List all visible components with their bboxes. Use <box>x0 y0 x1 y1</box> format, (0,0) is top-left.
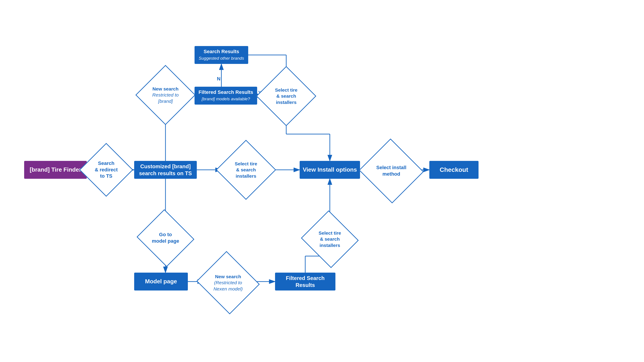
filtered-search-top-box: Filtered Search Results[brand] models av… <box>194 87 257 105</box>
model-page-box: Model page <box>134 273 188 291</box>
select-tire-bottom-diamond: Select tire& searchinstallers <box>306 218 353 260</box>
brand-tire-finder-box: [brand] Tire Finder <box>24 161 87 179</box>
flowchart: [brand] Tire Finder Search& redirectto T… <box>0 0 644 362</box>
go-to-model-diamond: Go tomodel page <box>142 217 189 259</box>
search-results-suggested-box: Search ResultsSuggested other brands <box>194 46 248 64</box>
new-search-nexen-diamond: New search(Restricted toNexen model) <box>202 260 254 305</box>
n-label: N <box>217 76 220 82</box>
select-install-method-diamond: Select installmethod <box>366 147 417 194</box>
view-install-box: View Install options <box>300 161 360 179</box>
select-tire-top-diamond: Select tire& searchinstallers <box>263 74 310 118</box>
filtered-search-bottom-box: Filtered Search Results <box>275 273 336 291</box>
search-redirect-diamond: Search& redirectto TS <box>84 147 128 192</box>
select-tire-main-diamond: Select tire& searchinstallers <box>222 147 270 192</box>
new-search-restricted-diamond: New searchRestricted to[brand] <box>142 73 189 117</box>
checkout-box: Checkout <box>429 161 478 179</box>
customized-search-box: Customized [brand]search results on TS <box>134 161 197 179</box>
